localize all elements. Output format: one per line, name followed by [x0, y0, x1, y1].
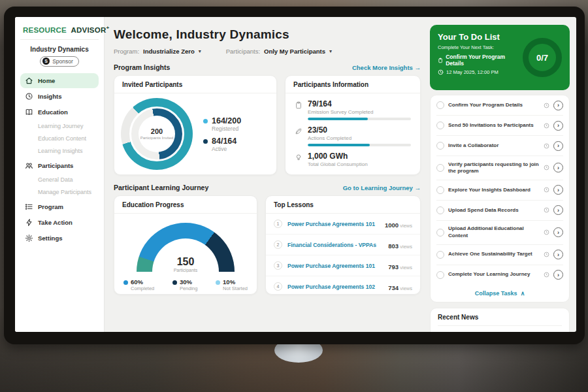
brand-logo: RESOURCE ADVISOR+: [20, 24, 99, 40]
task-open-button[interactable]: ›: [553, 250, 563, 259]
sidebar-item-manage-participants[interactable]: Manage Participants: [20, 186, 99, 199]
sidebar-item-take-action[interactable]: Take Action: [20, 215, 99, 230]
clock-icon: [544, 165, 549, 171]
task-checkbox[interactable]: [436, 142, 444, 150]
education-icon: [25, 108, 33, 116]
sidebar-item-label: Home: [38, 77, 55, 84]
task-open-button[interactable]: ›: [553, 270, 563, 280]
actions-icon: [295, 127, 302, 135]
dashboard-screen: RESOURCE ADVISOR+ Industry Dynamics S Sp…: [15, 17, 576, 332]
chevron-up-icon: ∧: [521, 290, 525, 297]
clock-icon: [544, 272, 549, 278]
education-progress-card: Education Progress 150 Participants 60% …: [114, 195, 257, 295]
task-checkbox[interactable]: [436, 251, 444, 259]
participants-icon: [25, 161, 33, 170]
task-open-button[interactable]: ›: [553, 163, 563, 172]
donut-center-value: 200: [151, 127, 163, 135]
clock-icon: [544, 123, 549, 129]
go-to-learning-journey-link[interactable]: Go to Learning Journey →: [343, 184, 421, 191]
sidebar-item-home[interactable]: Home: [20, 73, 99, 88]
sidebar-item-label: Participants: [38, 162, 73, 169]
education-gauge: 150 Participants: [137, 223, 235, 272]
clock-icon: [438, 69, 444, 75]
main-content: Welcome, Industry Dynamics Program: Indu…: [105, 17, 429, 332]
task-checkbox[interactable]: [436, 186, 444, 194]
org-name: Industry Dynamics: [20, 46, 99, 53]
lesson-link[interactable]: Power Purchase Agreements 101: [287, 263, 383, 269]
task-checkbox[interactable]: [436, 164, 444, 172]
participants-information-card: Participants Information 79/164 Emission…: [285, 75, 421, 175]
clock-icon: [544, 143, 549, 149]
sidebar-item-learning-insights[interactable]: Learning Insights: [20, 145, 99, 157]
card-title: Education Progress: [114, 196, 257, 214]
lesson-link[interactable]: Power Purchase Agreements 102: [287, 284, 383, 290]
collapse-tasks-link[interactable]: Collapse Tasks ∧: [436, 285, 563, 302]
sidebar-item-settings[interactable]: Settings: [20, 231, 99, 246]
top-lessons-card: Top Lessons 1 Power Purchase Agreements …: [265, 195, 421, 295]
task-open-button[interactable]: ›: [553, 121, 563, 131]
gauge-center-value: 150: [137, 256, 235, 268]
sponsor-badge[interactable]: S Sponsor: [40, 56, 79, 67]
sidebar-item-label: Program: [38, 203, 63, 210]
arrow-right-icon: →: [415, 64, 421, 71]
clock-icon: [544, 252, 549, 257]
task-open-button[interactable]: ›: [553, 141, 563, 151]
sidebar-item-label: Take Action: [38, 219, 73, 226]
brand-part2: ADVISOR: [69, 26, 106, 34]
participants-filter-value[interactable]: Only My Participants: [264, 48, 325, 55]
program-filter-value[interactable]: Industrialize Zero: [143, 48, 195, 55]
task-row: Upload Additional Educational Content ›: [436, 221, 563, 245]
sidebar-item-general-data[interactable]: General Data: [20, 174, 99, 186]
lesson-link[interactable]: Financial Considerations - VPPAs: [287, 242, 383, 248]
sidebar-item-education-content[interactable]: Education Content: [20, 133, 99, 145]
todo-summary-card: Your To Do List Complete Your Next Task:…: [430, 25, 570, 90]
task-open-button[interactable]: ›: [553, 185, 563, 195]
take-action-icon: [25, 218, 33, 227]
lesson-row: 4 Power Purchase Agreements 102 734 view…: [266, 276, 420, 295]
rank-badge: 1: [274, 220, 282, 228]
legend-pending: 30% Pending: [172, 278, 198, 291]
clipboard-icon: [438, 57, 443, 63]
task-open-button[interactable]: ›: [553, 101, 563, 110]
task-row: Verify participants requesting to join t…: [436, 156, 563, 180]
task-row: Invite a Collaborator ›: [436, 136, 563, 156]
task-open-button[interactable]: ›: [553, 205, 563, 215]
sidebar-item-program[interactable]: Program: [20, 199, 99, 214]
task-row: Explore Your Insights Dashboard ›: [436, 180, 563, 201]
rank-badge: 3: [274, 261, 282, 270]
todo-subtitle: Complete Your Next Task:: [438, 44, 517, 50]
todo-due-date: 12 May 2025, 12:00 PM: [446, 69, 498, 75]
card-title: Participants Information: [286, 76, 420, 93]
learning-journey-title: Participant Learning Journey: [114, 184, 208, 191]
task-row: Send 50 Invitations to Participants ›: [436, 116, 563, 136]
lesson-row: 1 Power Purchase Agreements 101 1000 vie…: [266, 214, 420, 235]
chevron-down-icon[interactable]: ▾: [199, 48, 201, 54]
chevron-down-icon[interactable]: ▾: [329, 48, 332, 54]
sidebar-item-insights[interactable]: Insights: [20, 89, 99, 104]
clock-icon: [544, 187, 549, 193]
not-started-dot-icon: [216, 280, 220, 285]
sidebar-item-label: Education: [38, 108, 68, 116]
consumption-icon: [295, 154, 302, 161]
task-checkbox[interactable]: [436, 229, 444, 237]
task-checkbox[interactable]: [436, 271, 444, 279]
program-filter-label: Program:: [114, 48, 139, 55]
rank-badge: 2: [274, 240, 282, 249]
task-checkbox[interactable]: [436, 122, 444, 129]
sidebar-item-label: Settings: [38, 235, 62, 242]
sidebar-item-participants[interactable]: Participants: [20, 158, 99, 173]
lesson-row: 2 Financial Considerations - VPPAs 803 v…: [266, 235, 420, 255]
task-checkbox[interactable]: [436, 206, 444, 214]
survey-icon: [295, 101, 302, 109]
task-row: Complete Your Learning Journey ›: [436, 265, 563, 285]
task-checkbox[interactable]: [436, 101, 444, 109]
task-open-button[interactable]: ›: [553, 227, 563, 237]
lesson-link[interactable]: Power Purchase Agreements 101: [287, 221, 380, 227]
registered-dot-icon: [203, 119, 208, 123]
legend-completed: 60% Completed: [123, 278, 154, 291]
sidebar-item-learning-journey[interactable]: Learning Journey: [20, 120, 99, 133]
legend-not-started: 10% Not Started: [216, 278, 248, 291]
sidebar-item-education[interactable]: Education: [20, 105, 99, 120]
legend-active: 84/164 Active: [203, 137, 241, 152]
check-more-insights-link[interactable]: Check More Insights →: [352, 64, 421, 71]
